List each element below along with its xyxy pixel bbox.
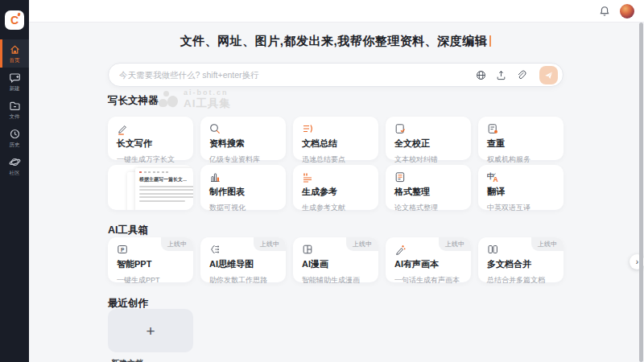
card-subtitle: 迅速总结要点 xyxy=(302,154,369,165)
card-smart-ppt[interactable]: 上线中 P 智能PPT 一键生成PPT xyxy=(108,237,193,282)
text-cursor xyxy=(489,35,491,47)
toolbox-cards: 上线中 P 智能PPT 一键生成PPT 上线中 AI思维导图 助你发散工作思路 … xyxy=(108,237,564,282)
writing-cards-row2: 根据主题写一篇长文... 制作图表 数据可视化 生成参考 生成参考文献 格式整理… xyxy=(108,165,564,210)
card-title: 格式整理 xyxy=(394,186,462,198)
ppt-icon: P xyxy=(117,244,128,255)
vertical-scrollbar[interactable] xyxy=(639,23,643,362)
status-badge: 上线中 xyxy=(346,237,378,251)
status-badge: 上线中 xyxy=(254,237,286,251)
prompt-input-bar xyxy=(108,63,564,87)
card-subtitle: 一键生成PPT xyxy=(117,275,184,286)
summary-icon xyxy=(302,123,313,134)
card-make-chart[interactable]: 制作图表 数据可视化 xyxy=(200,165,286,210)
attachment-link-icon[interactable] xyxy=(516,70,526,80)
comic-icon xyxy=(302,244,313,255)
proofread-icon xyxy=(394,123,406,134)
search-icon xyxy=(209,123,221,134)
notification-bell-icon[interactable] xyxy=(599,6,610,17)
format-icon xyxy=(394,171,406,183)
card-doc-preview[interactable]: 根据主题写一篇长文... xyxy=(108,165,193,210)
card-long-writing[interactable]: 长文写作 一键生成万字长文 xyxy=(108,117,193,160)
send-button[interactable] xyxy=(539,66,558,84)
card-subtitle: 智能辅助生成漫画 xyxy=(302,275,369,286)
status-badge: 上线中 xyxy=(439,237,471,251)
sidebar-nav: 首页 新建 文件 历史 社区 xyxy=(0,39,29,180)
new-creation-card[interactable]: + xyxy=(108,309,193,352)
card-subtitle: 论文格式整理 xyxy=(394,203,462,213)
preview-doc-title: 根据主题写一篇长文... xyxy=(139,176,193,183)
app-logo[interactable]: C xyxy=(5,10,24,30)
card-title: AI漫画 xyxy=(302,258,369,270)
status-badge: 上线中 xyxy=(531,237,564,251)
card-subtitle: 权威机构服务 xyxy=(487,154,555,165)
card-subtitle: 中英双语互译 xyxy=(487,203,555,213)
prompt-input[interactable] xyxy=(119,70,476,80)
history-icon xyxy=(9,128,21,140)
plagiarism-icon xyxy=(487,123,498,134)
card-generate-references[interactable]: 生成参考 生成参考文献 xyxy=(293,165,378,210)
upload-icon[interactable] xyxy=(496,70,506,80)
preview-sheet: 根据主题写一篇长文... xyxy=(135,168,193,210)
new-creation-label: 新建文档 xyxy=(111,358,143,362)
sidebar-item-label: 文件 xyxy=(10,113,20,121)
card-plagiarism-check[interactable]: 查重 权威机构服务 xyxy=(478,117,564,160)
card-title: AI思维导图 xyxy=(209,258,277,270)
card-title: 资料搜索 xyxy=(209,138,277,150)
translate-icon: 中A xyxy=(487,171,499,183)
main-area: 文件、网址、图片,都发出来,我帮你整理资料、深度编辑 ai-bot.cn AI工… xyxy=(29,23,644,362)
status-badge: 上线中 xyxy=(161,237,193,251)
pencil-icon xyxy=(117,123,128,135)
card-title: 多文档合并 xyxy=(487,258,555,270)
send-icon xyxy=(544,71,553,80)
hero-title: 文件、网址、图片,都发出来,我帮你整理资料、深度编辑 xyxy=(108,34,564,49)
sidebar-item-files[interactable]: 文件 xyxy=(0,96,29,124)
community-icon xyxy=(9,156,21,168)
chevron-right-icon: › xyxy=(636,257,638,266)
folder-icon xyxy=(9,100,21,112)
card-subtitle: 一句话生成有声画本 xyxy=(394,275,462,286)
card-title: 全文校正 xyxy=(394,138,462,150)
web-search-icon[interactable] xyxy=(476,70,486,80)
app-logo-dot xyxy=(17,13,20,17)
card-title: 长文写作 xyxy=(117,138,184,150)
merge-docs-icon xyxy=(487,244,498,255)
watermark-line2: AI工具集 xyxy=(184,97,231,111)
plus-icon: + xyxy=(146,323,155,339)
audiobook-brush-icon xyxy=(394,244,406,255)
reference-icon xyxy=(302,171,313,183)
card-ai-mindmap[interactable]: 上线中 AI思维导图 助你发散工作思路 xyxy=(200,237,286,282)
card-ai-audio-storybook[interactable]: 上线中 AI有声画本 一句话生成有声画本 xyxy=(386,237,471,282)
watermark-logo-icon xyxy=(158,91,179,109)
sidebar-item-home[interactable]: 首页 xyxy=(0,39,29,68)
new-chat-icon xyxy=(9,72,21,84)
section-title-writing: 写长文神器 xyxy=(108,94,159,108)
sidebar-item-new[interactable]: 新建 xyxy=(0,68,29,96)
card-subtitle: 亿级专业资料库 xyxy=(209,154,277,165)
home-icon xyxy=(9,43,21,56)
card-title: 文档总结 xyxy=(302,138,369,150)
card-title: 生成参考 xyxy=(302,186,369,198)
card-research-search[interactable]: 资料搜索 亿级专业资料库 xyxy=(200,117,286,160)
sidebar-item-label: 首页 xyxy=(10,57,20,64)
sidebar-item-label: 新建 xyxy=(10,85,20,93)
watermark-line1: ai-bot.cn xyxy=(184,88,231,97)
card-format-cleanup[interactable]: 格式整理 论文格式整理 xyxy=(386,165,471,210)
sidebar-item-community[interactable]: 社区 xyxy=(0,152,29,180)
card-ai-comic[interactable]: 上线中 AI漫画 智能辅助生成漫画 xyxy=(293,237,378,282)
preview-toolbar xyxy=(139,171,193,174)
user-avatar[interactable] xyxy=(620,4,634,19)
sidebar-item-history[interactable]: 历史 xyxy=(0,124,29,152)
sidebar-item-label: 历史 xyxy=(10,142,20,149)
card-doc-summary[interactable]: 文档总结 迅速总结要点 xyxy=(293,117,378,160)
sidebar-item-label: 社区 xyxy=(10,170,20,177)
section-title-toolbox: AI工具箱 xyxy=(108,224,148,237)
card-merge-docs[interactable]: 上线中 多文档合并 总结合并多篇文档 xyxy=(478,237,564,282)
card-subtitle: 一键生成万字长文 xyxy=(117,154,184,165)
card-title: 智能PPT xyxy=(117,258,184,270)
svg-text:A: A xyxy=(493,175,498,183)
app-logo-letter: C xyxy=(10,14,19,26)
chart-icon xyxy=(209,171,221,183)
card-translate[interactable]: 中A 翻译 中英双语互译 xyxy=(478,165,564,210)
topbar xyxy=(29,0,644,23)
card-proofread[interactable]: 全文校正 文本校对纠错 xyxy=(386,117,471,160)
